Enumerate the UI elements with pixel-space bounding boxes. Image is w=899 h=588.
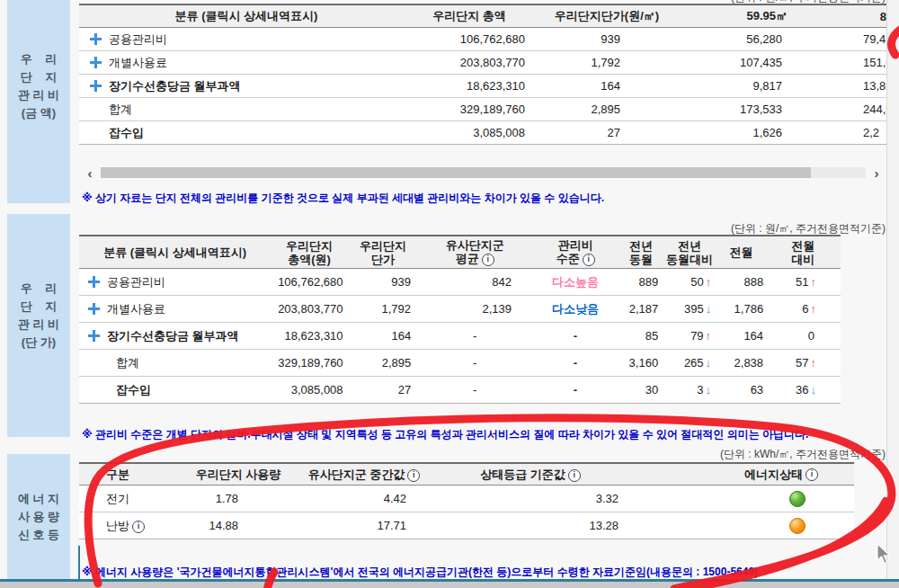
prev-year-value: 85: [619, 329, 662, 343]
category-label[interactable]: 장기수선충당금 월부과액: [109, 78, 241, 94]
category-cell: 합계: [79, 355, 271, 371]
prev-month-value: 164: [717, 329, 765, 343]
sidebar-label-fee-amount: 우 리 단 지 관 리 비 (금 액): [7, 0, 70, 203]
column-header-similar-avg: 유사단지군 평균i: [418, 238, 531, 266]
unit-price: 939: [530, 32, 683, 46]
scroll-left-icon[interactable]: ‹: [83, 165, 97, 181]
energy-table-unit-caption: (단위 : kWh/㎡, 주거전용면적기준): [79, 447, 886, 462]
info-icon[interactable]: i: [132, 521, 145, 533]
expand-plus-icon[interactable]: [90, 80, 102, 92]
unit-price: 2,895: [348, 356, 419, 370]
usage-value: 1.78: [180, 492, 297, 505]
category-label: 잡수입: [88, 382, 151, 398]
expand-plus-icon[interactable]: [88, 276, 100, 288]
table-row: 합계 329,189,760 2,895 173,533 244,9: [79, 98, 899, 121]
column-header-prev-year-diff: 전년 동월대비: [663, 239, 717, 266]
prev-year-diff: 265↓: [662, 356, 717, 370]
energy-status-light: [789, 491, 806, 507]
info-icon[interactable]: i: [583, 254, 595, 266]
column-header-category: 분류 (클릭시 상세내역표시): [79, 8, 414, 24]
expand-plus-icon[interactable]: [90, 57, 102, 68]
area1-amount: 1,626: [683, 126, 791, 139]
trend-arrow-icon: ↑: [811, 275, 817, 289]
similar-avg: 2,139: [418, 302, 531, 316]
trend-arrow-icon: ↑: [811, 356, 817, 370]
total-amount: 3,085,008: [414, 126, 530, 139]
prev-month-value: 1,786: [717, 302, 765, 316]
area1-amount: 173,533: [683, 102, 791, 116]
fee-level-badge: 다소높음: [531, 274, 619, 290]
unit-price: 164: [348, 329, 419, 343]
area1-amount: 9,817: [683, 79, 791, 93]
energy-category-label: 난방i: [79, 518, 180, 534]
expand-plus-icon[interactable]: [88, 303, 100, 315]
scrollbar-thumb[interactable]: [101, 167, 811, 178]
content-left-border: [78, 546, 80, 579]
category-cell[interactable]: 개별사용료: [79, 55, 414, 71]
category-label[interactable]: 공용관리비: [109, 31, 167, 48]
info-icon[interactable]: i: [407, 469, 420, 482]
prev-year-diff: 3↓: [662, 383, 717, 396]
prev-month-diff: 57↑: [765, 356, 841, 370]
sidebar-label-line: (단 가): [22, 334, 56, 352]
category-label: 합계: [88, 355, 139, 371]
total-amount: 3,085,008: [271, 383, 347, 396]
total-amount: 18,623,310: [414, 79, 530, 93]
sidebar-label-line: 사 용 량: [18, 508, 59, 526]
prev-month-diff: 51↑: [765, 275, 841, 289]
prev-month-value: 2,838: [717, 356, 765, 370]
energy-status-cell: [629, 491, 854, 507]
energy-table-header-row: 구분 우리단지 사용량 유사단지군 중간값i 상태등급 기준값i 에너지상태i: [79, 462, 854, 486]
similar-avg: -: [418, 356, 531, 370]
sidebar-label-line: (금 액): [22, 104, 56, 122]
expand-plus-icon[interactable]: [90, 33, 102, 45]
area2-amount: 2,2: [791, 126, 899, 139]
trend-arrow-icon: ↓: [706, 356, 712, 370]
info-icon[interactable]: i: [482, 254, 494, 266]
column-header-category: 구분: [79, 467, 180, 483]
category-label[interactable]: 개별사용료: [109, 55, 167, 71]
category-cell[interactable]: 개별사용료: [79, 301, 271, 317]
category-cell: 잡수입: [79, 382, 271, 398]
prev-year-value: 889: [619, 275, 662, 289]
table-row: 잡수입 3,085,008 27 - - 30 3↓ 63 36↓: [79, 377, 841, 404]
total-amount: 329,189,760: [271, 356, 347, 370]
prev-month-value: 63: [717, 383, 765, 396]
trend-arrow-icon: ↑: [706, 329, 712, 343]
column-header-area2: 84.6: [791, 10, 899, 23]
category-cell[interactable]: 공용관리비: [79, 31, 414, 48]
table-row: 전기 1.78 4.42 3.32: [79, 486, 854, 512]
unit-price: 27: [348, 383, 419, 396]
area2-amount: 79,4: [791, 32, 899, 46]
category-cell[interactable]: 장기수선충당금 월부과액: [79, 78, 414, 94]
prev-year-value: 2,187: [619, 302, 662, 316]
info-icon[interactable]: i: [806, 468, 818, 481]
scrollbar-track[interactable]: [101, 167, 866, 178]
column-header-energy-status: 에너지상태i: [629, 467, 854, 483]
category-cell: 잡수입: [79, 125, 414, 141]
fee-level-badge: -: [531, 383, 619, 396]
fee-level-badge: -: [531, 329, 619, 343]
column-header-usage: 우리단지 사용량: [180, 467, 297, 483]
category-label[interactable]: 장기수선충당금 월부과액: [107, 328, 239, 344]
trend-arrow-icon: ↓: [706, 302, 712, 316]
table-row: 난방i 14.88 17.71 13.28: [79, 512, 854, 539]
table-row: 장기수선충당금 월부과액 18,623,310 164 9,817 13,8: [79, 75, 899, 98]
trend-arrow-icon: ↑: [706, 275, 712, 289]
expand-plus-icon[interactable]: [88, 330, 100, 342]
prev-month-diff: 36↓: [765, 383, 841, 396]
category-cell[interactable]: 장기수선충당금 월부과액: [79, 328, 271, 344]
median-value: 4.42: [297, 492, 432, 505]
category-label[interactable]: 개별사용료: [107, 301, 165, 317]
total-amount: 18,623,310: [271, 329, 347, 343]
area1-amount: 107,435: [683, 56, 791, 69]
info-icon[interactable]: i: [568, 469, 581, 482]
column-header-category: 분류 (클릭시 상세내역표시): [79, 245, 271, 261]
total-amount: 203,803,770: [414, 56, 530, 69]
unit-price: 164: [530, 79, 683, 93]
category-label[interactable]: 공용관리비: [107, 274, 165, 290]
similar-avg: 842: [418, 275, 531, 289]
vertical-scrollbar[interactable]: [886, 0, 899, 579]
category-cell[interactable]: 공용관리비: [79, 274, 271, 290]
scroll-right-icon[interactable]: ›: [869, 165, 884, 181]
